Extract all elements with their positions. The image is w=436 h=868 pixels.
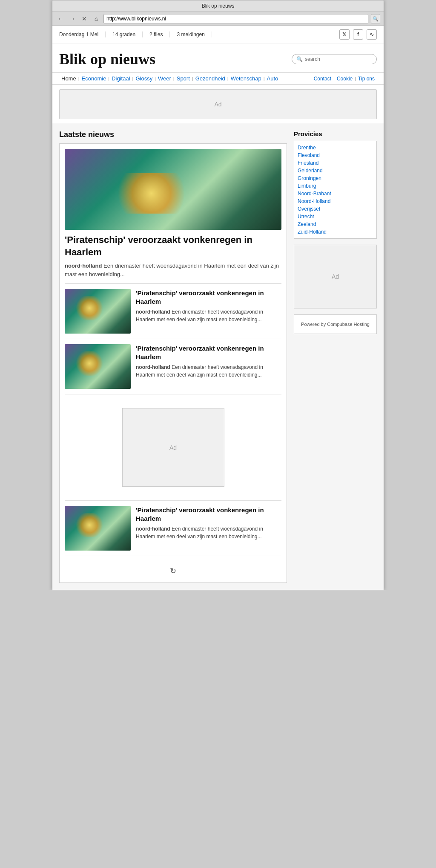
province-zuid-holland[interactable]: Zuid-Holland: [294, 228, 376, 236]
article-desc: noord-holland Een driemaster heeft woens…: [136, 363, 281, 379]
search-box[interactable]: 🔍: [292, 54, 377, 64]
ad-mid-wrap: Ad: [65, 400, 281, 495]
divider-3: [65, 394, 281, 394]
home-button[interactable]: ⌂: [92, 14, 101, 23]
province-flevoland[interactable]: Flevoland: [294, 151, 376, 159]
forward-button[interactable]: →: [68, 14, 77, 23]
powered-label: Powered by Compubase Hosting: [301, 322, 370, 327]
nav-contact[interactable]: Contact: [312, 76, 333, 82]
province-utrecht[interactable]: Utrecht: [294, 213, 376, 220]
province-groningen[interactable]: Groningen: [294, 174, 376, 182]
news-container: 'Piratenschip' veroorzaakt vonkenregen i…: [59, 143, 287, 583]
powered-box: Powered by Compubase Hosting: [294, 314, 377, 334]
article-image: [65, 344, 131, 389]
nav-cookie[interactable]: Cookie: [335, 76, 355, 82]
article-image: [65, 289, 131, 334]
nav-item-sport[interactable]: Sport: [175, 75, 192, 82]
featured-location: noord-holland: [65, 263, 102, 269]
nav-item-weer[interactable]: Weer: [156, 75, 173, 82]
search-icon: 🔍: [296, 56, 303, 62]
site-title: Blik op nieuws: [59, 50, 155, 68]
nav-item-glossy[interactable]: Glossy: [133, 75, 155, 82]
article-text: 'Piratenschip' veroorzaakt vonkenregen i…: [136, 506, 281, 551]
article-location: noord-holland: [136, 309, 170, 315]
left-column: Laatste nieuws 'Piratenschip' veroorzaak…: [59, 130, 287, 583]
article-desc: noord-holland Een driemaster heeft woens…: [136, 525, 281, 540]
right-column: Provicies Drenthe Flevoland Friesland Ge…: [294, 130, 377, 583]
article-text: 'Piratenschip' veroorzaakt vonkenregen i…: [136, 344, 281, 389]
section-title: Laatste nieuws: [59, 130, 287, 139]
top-bar: Donderdag 1 Mei 14 graden 2 files 3 meld…: [52, 26, 384, 43]
province-noord-brabant[interactable]: Noord-Brabant: [294, 190, 376, 197]
browser-titlebar: Blik op nieuws: [52, 0, 384, 12]
website: Donderdag 1 Mei 14 graden 2 files 3 meld…: [52, 26, 384, 590]
province-drenthe[interactable]: Drenthe: [294, 144, 376, 151]
files-label: 2 files: [143, 31, 170, 37]
article-item[interactable]: 'Piratenschip' veroorzaakt vonkenregen i…: [65, 289, 281, 334]
ad-banner-top: Ad: [59, 89, 377, 119]
featured-title: 'Piratenschip' veroorzaakt vonkenregen i…: [65, 234, 281, 258]
divider-1: [65, 283, 281, 284]
alerts-label: 3 meldingen: [170, 31, 212, 37]
browser-search-button[interactable]: 🔍: [371, 14, 380, 23]
back-button[interactable]: ←: [56, 14, 65, 23]
site-header: Blik op nieuws 🔍: [52, 43, 384, 72]
refresh-icon: ↻: [170, 567, 176, 575]
facebook-icon[interactable]: f: [353, 29, 363, 40]
province-friesland[interactable]: Friesland: [294, 159, 376, 167]
province-zeeland[interactable]: Zeeland: [294, 220, 376, 228]
address-bar[interactable]: [103, 14, 368, 23]
nav-item-digitaal[interactable]: Digitaal: [109, 75, 132, 82]
ad-side: Ad: [294, 245, 377, 308]
close-button[interactable]: ✕: [80, 14, 89, 23]
article-image: [65, 506, 131, 551]
date-label: Donderdag 1 Mei: [59, 31, 106, 37]
featured-desc: noord-holland Een driemaster heeft woens…: [65, 262, 281, 278]
load-more-button[interactable]: ↻: [65, 561, 281, 577]
main-content: Laatste nieuws 'Piratenschip' veroorzaak…: [52, 123, 384, 590]
social-icons: 𝕏 f ∿: [339, 29, 377, 40]
province-gelderland[interactable]: Gelderland: [294, 167, 376, 174]
ad-mid: Ad: [122, 408, 224, 487]
article-text: 'Piratenschip' veroorzaakt vonkenregen i…: [136, 289, 281, 334]
article-item[interactable]: 'Piratenschip' veroorzaakt vonkenregen i…: [65, 344, 281, 389]
browser-title: Blik op nieuws: [202, 3, 235, 9]
article-item[interactable]: 'Piratenschip' veroorzaakt vonkenregen i…: [65, 506, 281, 551]
weather-label: 14 graden: [106, 31, 143, 37]
province-limburg[interactable]: Limburg: [294, 182, 376, 190]
divider-4: [65, 500, 281, 501]
featured-image: [65, 149, 281, 230]
nav-item-economie[interactable]: Economie: [80, 75, 109, 82]
article-location: noord-holland: [136, 526, 170, 532]
nav-item-auto[interactable]: Auto: [265, 75, 281, 82]
nav-bar: Home | Economie | Digitaal | Glossy | We…: [52, 72, 384, 85]
ad-banner-wrap: Ad: [52, 85, 384, 123]
nav-tipons[interactable]: Tip ons: [356, 76, 377, 82]
province-noord-holland[interactable]: Noord-Holland: [294, 197, 376, 205]
twitter-icon[interactable]: 𝕏: [339, 29, 350, 40]
divider-2: [65, 339, 281, 339]
nav-item-gezondheid[interactable]: Gezondheid: [193, 75, 227, 82]
featured-article[interactable]: 'Piratenschip' veroorzaakt vonkenregen i…: [65, 149, 281, 278]
browser-window: Blik op nieuws ← → ✕ ⌂ 🔍 Donderdag 1 Mei…: [52, 0, 384, 590]
province-overijssel[interactable]: Overijssel: [294, 205, 376, 213]
article-title: 'Piratenschip' veroorzaakt vonkenregen i…: [136, 289, 281, 306]
provinces-box: Drenthe Flevoland Friesland Gelderland G…: [294, 141, 377, 239]
provinces-title: Provicies: [294, 130, 377, 137]
nav-item-home[interactable]: Home: [59, 75, 78, 82]
browser-toolbar: ← → ✕ ⌂ 🔍: [52, 12, 384, 26]
nav-right: Contact | Cookie | Tip ons: [312, 76, 377, 82]
search-input[interactable]: [305, 56, 372, 62]
article-title: 'Piratenschip' veroorzaakt vonkenregen i…: [136, 506, 281, 523]
divider-5: [65, 556, 281, 556]
provinces-list: Drenthe Flevoland Friesland Gelderland G…: [294, 141, 376, 238]
nav-main: Home | Economie | Digitaal | Glossy | We…: [59, 75, 280, 82]
nav-item-wetenschap[interactable]: Wetenschap: [229, 75, 264, 82]
article-title: 'Piratenschip' veroorzaakt vonkenregen i…: [136, 344, 281, 361]
article-location: noord-holland: [136, 364, 170, 370]
rss-icon[interactable]: ∿: [367, 29, 377, 40]
article-desc: noord-holland Een driemaster heeft woens…: [136, 308, 281, 323]
